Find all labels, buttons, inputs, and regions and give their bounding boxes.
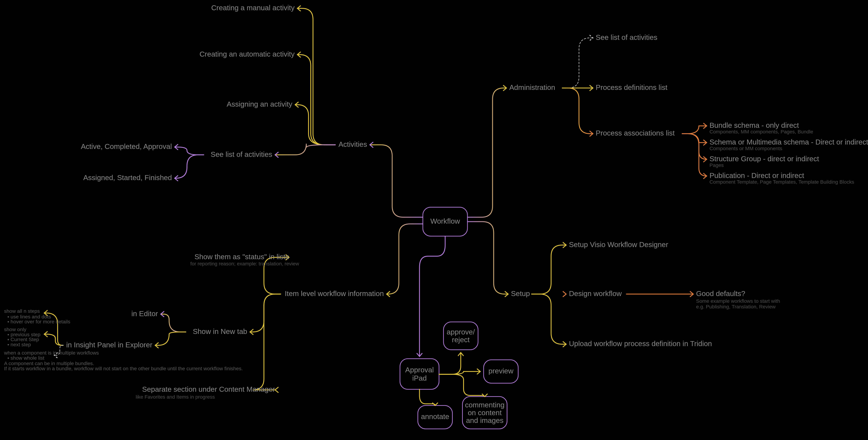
edge-appr-preview bbox=[439, 371, 480, 374]
leaf-assoc-schema-sub: Components or MM components bbox=[709, 145, 782, 151]
edge-newtab-explorer bbox=[155, 332, 186, 345]
edge-setup-upload bbox=[532, 294, 566, 344]
leaf-assoc-sg-sub: Pages bbox=[709, 162, 724, 168]
edge-appr-approve bbox=[439, 352, 461, 374]
node-approve-reject[interactable]: approve/ reject bbox=[443, 322, 478, 350]
leaf-newtab-expl[interactable]: in Insight Panel in Explorer bbox=[66, 341, 152, 349]
edge-workflow-activities bbox=[370, 145, 423, 217]
annotate-label: annotate bbox=[421, 412, 449, 420]
edge-workflow-item bbox=[386, 224, 423, 294]
edge-workflow-setup bbox=[467, 222, 508, 294]
node-preview[interactable]: preview bbox=[484, 360, 518, 383]
leaf-item-sep[interactable]: Separate section under Content Manager bbox=[142, 385, 275, 393]
edge-seelist-1 bbox=[175, 147, 204, 155]
edge-item-newtab bbox=[250, 294, 281, 332]
arrow bbox=[432, 403, 438, 405]
note-showall-b1: • use lines and dots bbox=[7, 314, 51, 319]
node-annotate[interactable]: annotate bbox=[418, 405, 452, 429]
note-showall-b2: • hover over for more details bbox=[7, 319, 70, 325]
preview-label: preview bbox=[489, 367, 514, 375]
arrow bbox=[482, 394, 488, 397]
leaf-assoc-sg[interactable]: Structure Group - direct or indirect bbox=[709, 155, 819, 163]
node-item-newtab[interactable]: Show in New tab bbox=[193, 328, 247, 336]
leaf-defaults-sub1: Some example workflows to start with bbox=[696, 298, 780, 304]
root-label: Workflow bbox=[430, 217, 460, 225]
edge-assoc-bundle bbox=[682, 126, 707, 134]
leaf-item-status[interactable]: Show them as "status" in lists bbox=[194, 253, 289, 261]
leaf-assoc-schema[interactable]: Schema or Multimedia schema - Direct or … bbox=[709, 138, 868, 146]
leaf-active-comp-app[interactable]: Active, Completed, Approval bbox=[81, 142, 172, 150]
note-multi-title: when a component is in multiple workflow… bbox=[4, 350, 99, 356]
node-setup[interactable]: Setup bbox=[511, 290, 530, 298]
leaf-ass-st-fin[interactable]: Assigned, Started, Finished bbox=[83, 174, 172, 182]
leaf-assoc-bundle[interactable]: Bundle schema - only direct bbox=[709, 121, 799, 129]
note-showonly-b3: • next step bbox=[7, 342, 31, 347]
leaf-create-auto[interactable]: Creating an automatic activity bbox=[199, 50, 294, 58]
leaf-setup-visio[interactable]: Setup Visio Workflow Designer bbox=[569, 240, 668, 249]
edge-assoc-pub bbox=[682, 134, 707, 176]
arrow bbox=[275, 387, 278, 393]
leaf-admin-def[interactable]: Process definitions list bbox=[596, 83, 668, 92]
note-multi-b1: • show whole list bbox=[7, 355, 44, 361]
leaf-assoc-bundle-sub: Components, MM components, Pages, Bundle bbox=[709, 129, 813, 134]
note-showonly-b2: • Current Step bbox=[7, 337, 39, 342]
leaf-create-manual[interactable]: Creating a manual activity bbox=[211, 4, 294, 12]
approval-label-1: Approval bbox=[405, 366, 434, 374]
leaf-assign[interactable]: Assigning an activity bbox=[227, 100, 292, 108]
node-admin[interactable]: Administration bbox=[509, 83, 555, 92]
edge-workflow-approval bbox=[420, 236, 445, 357]
leaf-defaults[interactable]: Good defaults? bbox=[696, 290, 745, 298]
edge-workflow-admin bbox=[467, 88, 506, 217]
node-commenting[interactable]: commenting on content and images bbox=[462, 397, 507, 429]
edge-expl-showonly bbox=[44, 334, 63, 345]
node-item-level[interactable]: Item level workflow information bbox=[285, 290, 384, 298]
leaf-item-sep-sub: like Favorites and Items in progress bbox=[136, 394, 215, 400]
edge-appr-comment bbox=[439, 374, 485, 397]
node-workflow[interactable]: Workflow bbox=[423, 207, 467, 236]
edge-item-sep bbox=[253, 294, 281, 390]
node-admin-assoc[interactable]: Process associations list bbox=[596, 129, 675, 137]
note-showall-title: show all n steps bbox=[4, 308, 40, 314]
comment-label-3: and images bbox=[466, 416, 503, 425]
edge-act-assign bbox=[295, 105, 335, 145]
leaf-newtab-editor[interactable]: in Editor bbox=[131, 310, 158, 318]
edge-act-manual bbox=[298, 8, 335, 145]
edge-seelist-2 bbox=[175, 155, 204, 178]
leaf-item-status-sub: for reporting reason; example: translati… bbox=[190, 261, 299, 266]
approve-label-2: reject bbox=[452, 336, 470, 344]
leaf-defaults-sub2: e.g. Publishing, Translation, Review bbox=[696, 304, 776, 309]
leaf-setup-upload[interactable]: Upload workflow process definition in Tr… bbox=[569, 340, 712, 348]
leaf-assoc-pub[interactable]: Publication - Direct or indirect bbox=[709, 171, 804, 179]
approve-label-1: approve/ bbox=[447, 328, 475, 336]
node-see-list[interactable]: See list of activities bbox=[211, 150, 272, 159]
edge-assoc-sg bbox=[682, 134, 707, 159]
note-showonly-b1: • previous step bbox=[7, 332, 40, 337]
comment-label-2: on content bbox=[468, 409, 502, 417]
node-approval-ipad[interactable]: Approval iPad bbox=[400, 359, 439, 390]
leaf-admin-seelist[interactable]: See list of activities bbox=[596, 33, 657, 41]
node-setup-design[interactable]: Design workflow bbox=[569, 290, 622, 298]
edge-act-seelist bbox=[275, 144, 335, 155]
edge-admin-seelist bbox=[562, 38, 593, 88]
edge-act-auto bbox=[298, 55, 335, 145]
edge-admin-assoc bbox=[562, 88, 593, 134]
edge-setup-visio bbox=[532, 245, 566, 294]
approval-label-2: iPad bbox=[412, 374, 427, 382]
note-showonly-title: show only bbox=[4, 327, 27, 332]
note-multi-ex2: If it starts workflow in a bundle, workf… bbox=[4, 366, 243, 371]
leaf-assoc-pub-sub: Component Template, Page Templates, Temp… bbox=[709, 179, 854, 185]
edge-newtab-editor bbox=[161, 314, 186, 332]
comment-label-1: commenting bbox=[465, 401, 504, 409]
node-activities[interactable]: Activities bbox=[339, 140, 367, 148]
note-multi-ex1: A component can be in multiple bundles. bbox=[4, 361, 94, 366]
